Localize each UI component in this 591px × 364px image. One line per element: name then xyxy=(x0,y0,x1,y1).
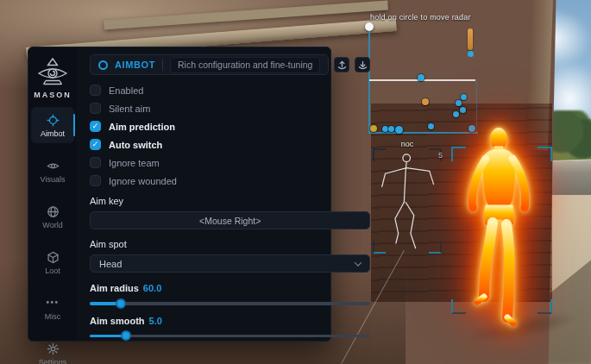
radar-dot xyxy=(388,126,394,132)
panel-title-box: AIMBOT Rich configuration and fine-tunin… xyxy=(90,54,329,75)
radar-tooltip: hold on circle to move radar xyxy=(370,13,471,22)
sidebar-nav: Aimbot Visuals World Loot ••• Misc Setti… xyxy=(28,107,77,364)
checkbox[interactable] xyxy=(90,157,101,168)
panel-header: AIMBOT Rich configuration and fine-tunin… xyxy=(90,54,370,75)
slider-label: Aim radius xyxy=(90,283,139,293)
cheat-menu-window: MASON Aimbot Visuals World Loot ••• Misc… xyxy=(28,47,331,342)
sidebar-item-label: Loot xyxy=(45,267,60,275)
radar-dot xyxy=(453,111,459,117)
checkbox-label: Ignore team xyxy=(109,158,160,168)
radar-dot xyxy=(422,98,429,105)
slider-aim-radius: Aim radius 60.0 xyxy=(90,283,370,305)
checkbox-label: Ignore wounded xyxy=(109,176,177,186)
checkbox-label: Auto switch xyxy=(109,140,162,150)
gear-icon xyxy=(46,342,60,355)
aimbot-ring-icon xyxy=(98,60,108,70)
mason-logo-icon xyxy=(35,57,70,88)
slider-track[interactable] xyxy=(90,302,370,305)
aim-spot-value: Head xyxy=(99,259,122,269)
radar-move-handle[interactable] xyxy=(365,22,374,31)
toggle-auto-switch[interactable]: Auto switch xyxy=(90,139,370,150)
slider-value: 60.0 xyxy=(143,283,161,293)
radar-dot xyxy=(418,74,424,81)
toggle-list: Enabled Silent aim Aim prediction Auto s… xyxy=(90,85,370,186)
checkbox[interactable] xyxy=(90,121,101,132)
dots-icon: ••• xyxy=(46,296,60,310)
esp-player-name: noc xyxy=(401,140,414,148)
slider-handle[interactable] xyxy=(116,298,126,309)
globe-icon xyxy=(46,204,60,218)
sidebar-item-label: Settings xyxy=(39,358,67,364)
checkbox-label: Aim prediction xyxy=(109,122,175,132)
radar-dot xyxy=(395,126,403,134)
sidebar-item-label: Misc xyxy=(45,312,61,321)
checkbox[interactable] xyxy=(90,139,101,150)
checkbox-label: Silent aim xyxy=(109,104,150,114)
slider-label: Aim smooth xyxy=(90,316,145,326)
panel-title: AIMBOT xyxy=(115,60,155,70)
radar-dot xyxy=(460,107,466,113)
slider-list: Aim radius 60.0 Aim smooth 5.0 xyxy=(90,273,370,337)
brand: MASON xyxy=(34,57,72,99)
download-icon xyxy=(357,60,368,71)
slider-handle[interactable] xyxy=(121,330,131,341)
sidebar-item-label: Aimbot xyxy=(41,129,65,138)
aim-spot-label: Aim spot xyxy=(90,239,370,249)
slider-value: 5.0 xyxy=(149,316,162,326)
aim-key-button[interactable]: <Mouse Right> xyxy=(90,211,370,229)
aimbot-panel: AIMBOT Rich configuration and fine-tunin… xyxy=(77,47,378,341)
sidebar-item-world[interactable]: World xyxy=(28,198,77,235)
brand-name: MASON xyxy=(34,91,72,99)
eye-icon xyxy=(46,159,60,173)
cube-icon xyxy=(46,250,60,264)
toggle-aim-prediction[interactable]: Aim prediction xyxy=(90,121,370,132)
skeleton-esp xyxy=(377,150,443,255)
panel-subtitle-box: Rich configuration and fine-tuning xyxy=(170,57,320,73)
aim-key-label: Aim key xyxy=(90,196,370,206)
bracket-corner xyxy=(538,147,552,161)
checkbox[interactable] xyxy=(90,85,101,96)
slider-track[interactable] xyxy=(90,335,370,338)
sidebar-item-loot[interactable]: Loot xyxy=(28,244,77,280)
aim-spot-select[interactable]: Head xyxy=(90,254,370,273)
upload-icon xyxy=(336,60,348,71)
import-config-button[interactable] xyxy=(355,57,370,72)
radar-dot xyxy=(456,100,462,106)
offscreen-marker-bar xyxy=(468,28,473,50)
sidebar-item-aimbot[interactable]: Aimbot xyxy=(31,107,74,143)
crosshair-icon xyxy=(46,113,60,127)
checkbox[interactable] xyxy=(90,103,101,114)
bracket-corner xyxy=(538,299,552,314)
radar-dot xyxy=(382,126,388,132)
chevron-down-icon xyxy=(355,259,362,266)
checkbox-label: Enabled xyxy=(109,85,143,96)
offscreen-marker-dot xyxy=(468,51,474,57)
sidebar-item-label: Visuals xyxy=(41,175,66,184)
divider xyxy=(162,60,163,71)
panel-subtitle: Rich configuration and fine-tuning xyxy=(178,60,312,70)
radar-dot xyxy=(428,123,434,129)
toggle-silent-aim[interactable]: Silent aim xyxy=(90,103,370,114)
sidebar: MASON Aimbot Visuals World Loot ••• Misc… xyxy=(28,47,77,341)
sidebar-item-label: World xyxy=(42,221,62,229)
radar-dot xyxy=(461,94,467,100)
player-esp-box xyxy=(451,147,552,314)
checkbox[interactable] xyxy=(90,175,101,186)
bracket-corner xyxy=(451,299,466,314)
toggle-ignore-wounded[interactable]: Ignore wounded xyxy=(90,175,370,186)
sidebar-item-settings[interactable]: Settings xyxy=(28,336,77,364)
toggle-enabled[interactable]: Enabled xyxy=(90,85,370,96)
sidebar-item-visuals[interactable]: Visuals xyxy=(28,153,77,189)
bracket-corner xyxy=(451,147,466,161)
sidebar-item-misc[interactable]: ••• Misc xyxy=(28,290,77,326)
slider-aim-smooth: Aim smooth 5.0 xyxy=(90,316,370,338)
toggle-ignore-team[interactable]: Ignore team xyxy=(90,157,370,168)
export-config-button[interactable] xyxy=(334,57,349,72)
